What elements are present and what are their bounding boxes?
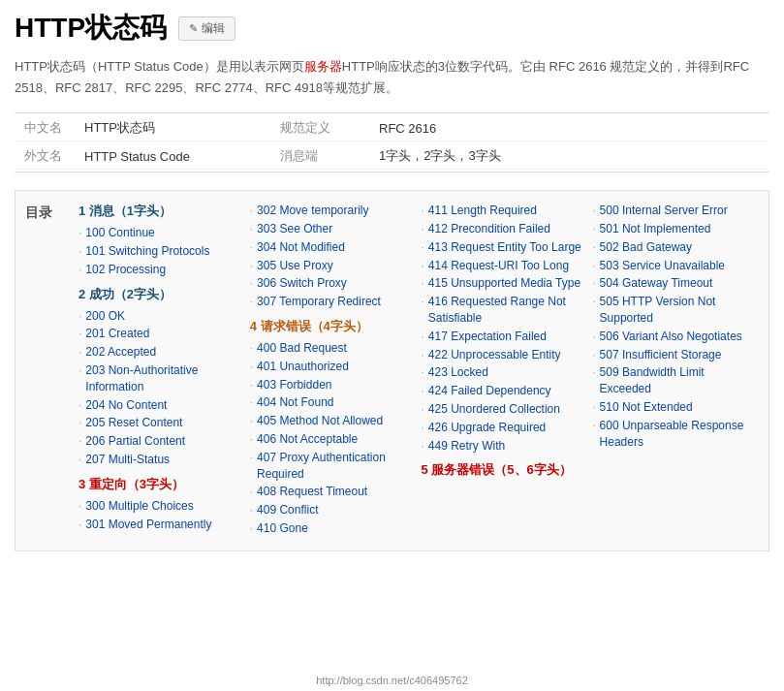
toc-container: 目录 1 消息（1字头） ·100 Continue ·101 Switchin…: [15, 190, 769, 551]
list-item: ·401 Unauthorized: [250, 359, 412, 375]
list-item: ·502 Bad Gateway: [592, 239, 754, 256]
section-heading-2: 2 成功（2字头）: [78, 286, 240, 303]
list-item: ·425 Unordered Collection: [422, 401, 583, 418]
link-416[interactable]: 416 Requested Range Not Satisfiable: [428, 294, 582, 327]
toc-col-2: ·302 Move temporarily ·303 See Other ·30…: [245, 203, 417, 539]
link-200[interactable]: 200 OK: [85, 308, 125, 325]
list-item: ·408 Request Timeout: [250, 484, 412, 500]
link-414[interactable]: 414 Request-URI Too Long: [428, 258, 569, 274]
list-item: ·500 Internal Server Error: [592, 203, 754, 219]
link-506[interactable]: 506 Variant Also Negotiates: [600, 329, 742, 345]
link-401[interactable]: 401 Unauthorized: [257, 359, 349, 375]
link-410[interactable]: 410 Gone: [257, 520, 308, 537]
link-405[interactable]: 405 Method Not Allowed: [257, 413, 383, 429]
label-msgend: 消息端: [272, 143, 369, 170]
list-item: ·507 Insufficient Storage: [592, 347, 754, 363]
section-heading-1: 1 消息（1字头）: [78, 203, 240, 220]
link-417[interactable]: 417 Expectation Failed: [428, 329, 547, 345]
page-title: HTTP状态码: [15, 10, 167, 47]
link-423[interactable]: 423 Locked: [428, 364, 488, 381]
section-heading-5: 5 服务器错误（5、6字头）: [422, 461, 583, 479]
link-406[interactable]: 406 Not Acceptable: [257, 431, 358, 448]
link-304[interactable]: 304 Not Modified: [257, 239, 345, 256]
list-item: ·505 HTTP Version Not Supported: [592, 294, 754, 327]
info-table: 中文名 HTTP状态码 规范定义 RFC 2616 外文名 HTTP Statu…: [15, 112, 769, 173]
list-item: ·506 Variant Also Negotiates: [592, 329, 754, 345]
link-509[interactable]: 509 Bandwidth Limit Exceeded: [600, 364, 754, 397]
list-item: ·404 Not Found: [250, 394, 412, 411]
link-415[interactable]: 415 Unsupported Media Type: [428, 275, 580, 292]
link-301[interactable]: 301 Moved Permanently: [85, 517, 211, 533]
list-item: ·303 See Other: [250, 221, 412, 237]
list-item: ·416 Requested Range Not Satisfiable: [422, 294, 583, 327]
link-307[interactable]: 307 Temporary Redirect: [257, 294, 381, 310]
list-item: ·200 OK: [78, 308, 240, 325]
edit-button[interactable]: ✎ 编辑: [178, 16, 235, 41]
list-item: ·203 Non-Authoritative Information: [78, 362, 240, 395]
link-413[interactable]: 413 Request Entity Too Large: [428, 239, 581, 256]
link-500[interactable]: 500 Internal Server Error: [600, 203, 728, 219]
link-403[interactable]: 403 Forbidden: [257, 377, 331, 393]
list-item: ·304 Not Modified: [250, 239, 412, 256]
list-item: ·403 Forbidden: [250, 377, 412, 393]
link-600[interactable]: 600 Unparseable Response Headers: [600, 418, 754, 451]
link-409[interactable]: 409 Conflict: [257, 502, 318, 518]
link-412[interactable]: 412 Precondition Failed: [428, 221, 550, 237]
link-424[interactable]: 424 Failed Dependency: [428, 383, 551, 399]
list-item: ·406 Not Acceptable: [250, 431, 412, 448]
link-303[interactable]: 303 See Other: [257, 221, 332, 237]
link-503[interactable]: 503 Service Unavailable: [600, 258, 725, 274]
list-item: ·501 Not Implemented: [592, 221, 754, 237]
label-spec: 规范定义: [272, 115, 369, 141]
link-449[interactable]: 449 Retry With: [428, 438, 505, 455]
list-item: ·413 Request Entity Too Large: [422, 239, 583, 256]
info-row-2: 外文名 HTTP Status Code 消息端 1字头，2字头，3字头: [16, 143, 768, 170]
list-item: ·449 Retry With: [422, 438, 583, 455]
link-404[interactable]: 404 Not Found: [257, 394, 333, 411]
link-204[interactable]: 204 No Content: [85, 397, 167, 414]
link-501[interactable]: 501 Not Implemented: [600, 221, 711, 237]
link-510[interactable]: 510 Not Extended: [600, 399, 693, 416]
link-201[interactable]: 201 Created: [85, 326, 149, 342]
link-422[interactable]: 422 Unprocessable Entity: [428, 347, 561, 363]
link-206[interactable]: 206 Partial Content: [85, 433, 185, 450]
toc-col-3: ·411 Length Required ·412 Precondition F…: [417, 203, 588, 539]
list-item: ·300 Multiple Choices: [78, 498, 240, 515]
list-item: ·307 Temporary Redirect: [250, 294, 412, 310]
link-207[interactable]: 207 Multi-Status: [85, 452, 170, 468]
link-101[interactable]: 101 Switching Protocols: [85, 243, 209, 260]
link-302[interactable]: 302 Move temporarily: [257, 203, 368, 219]
list-item: ·409 Conflict: [250, 502, 412, 518]
link-411[interactable]: 411 Length Required: [428, 203, 537, 219]
link-102[interactable]: 102 Processing: [85, 262, 166, 278]
toc-col-4: ·500 Internal Server Error ·501 Not Impl…: [587, 203, 759, 539]
list-item: ·302 Move temporarily: [250, 203, 412, 219]
intro-text1: HTTP状态码（HTTP Status Code）是用以表示网页: [15, 59, 304, 74]
link-504[interactable]: 504 Gateway Timeout: [600, 275, 713, 292]
link-408[interactable]: 408 Request Timeout: [257, 484, 367, 500]
val-enname: HTTP Status Code: [77, 143, 270, 170]
list-item: ·422 Unprocessable Entity: [422, 347, 583, 363]
link-205[interactable]: 205 Reset Content: [85, 415, 182, 431]
list-item: ·205 Reset Content: [78, 415, 240, 431]
link-203[interactable]: 203 Non-Authoritative Information: [85, 362, 239, 395]
link-306[interactable]: 306 Switch Proxy: [257, 275, 347, 292]
link-407[interactable]: 407 Proxy Authentication Required: [257, 450, 411, 483]
link-400[interactable]: 400 Bad Request: [257, 340, 347, 357]
section-heading-4: 4 请求错误（4字头）: [250, 318, 412, 335]
list-item: ·100 Continue: [78, 225, 240, 241]
link-425[interactable]: 425 Unordered Collection: [428, 401, 560, 418]
header: HTTP状态码 ✎ 编辑: [15, 10, 769, 47]
val-spec: RFC 2616: [371, 115, 768, 141]
link-305[interactable]: 305 Use Proxy: [257, 258, 333, 274]
list-item: ·301 Moved Permanently: [78, 517, 240, 533]
link-202[interactable]: 202 Accepted: [85, 344, 156, 361]
list-item: ·411 Length Required: [422, 203, 583, 219]
link-507[interactable]: 507 Insufficient Storage: [600, 347, 722, 363]
link-100[interactable]: 100 Continue: [85, 225, 154, 241]
link-505[interactable]: 505 HTTP Version Not Supported: [600, 294, 754, 327]
list-item: ·204 No Content: [78, 397, 240, 414]
link-502[interactable]: 502 Bad Gateway: [600, 239, 692, 256]
link-426[interactable]: 426 Upgrade Required: [428, 420, 546, 436]
link-300[interactable]: 300 Multiple Choices: [85, 498, 193, 515]
